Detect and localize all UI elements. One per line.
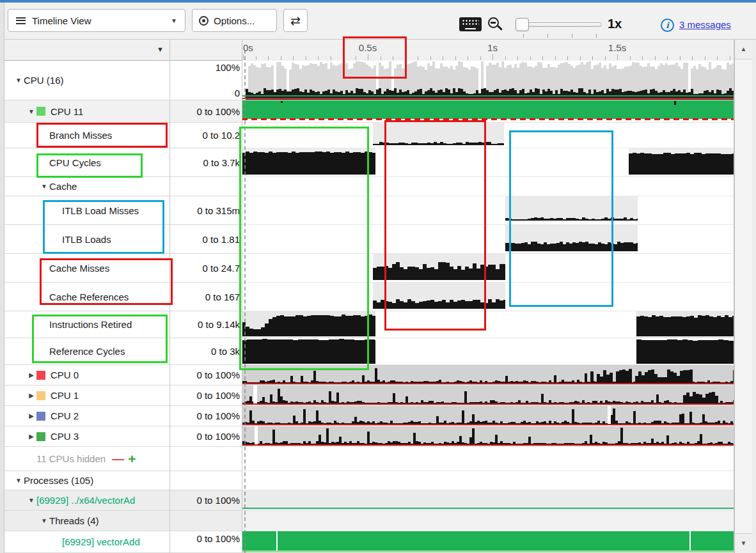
row-label-cell-process-69929[interactable]: ▼[69929] ../x64/vectorAd xyxy=(4,490,169,511)
row-chart-cpu-1[interactable] xyxy=(242,386,734,406)
row-chart-reference-cycles[interactable] xyxy=(242,338,734,365)
timeline-row-process-69929: ▼[69929] ../x64/vectorAd0 to 100% xyxy=(4,490,756,511)
swap-arrows-icon: ⇄ xyxy=(290,13,301,28)
axis-tick xyxy=(680,56,681,60)
collapse-icon[interactable]: ▼ xyxy=(13,77,24,84)
collapse-icon[interactable]: ▼ xyxy=(26,497,36,504)
row-label: CPU (16) xyxy=(24,75,64,86)
row-label: CPU Cycles xyxy=(49,157,101,168)
remove-cpu-button[interactable]: — xyxy=(112,452,124,466)
row-range-cell-cache-references: 0 to 167 xyxy=(169,283,242,311)
scroll-up-button[interactable]: ▲ xyxy=(735,40,752,59)
row-range-value: 0 to 100% xyxy=(196,410,240,421)
row-label-cell-cpu-0[interactable]: ▶CPU 0 xyxy=(4,365,169,386)
row-chart-cpu-16[interactable] xyxy=(242,61,734,100)
row-chart-cpu-cycles[interactable] xyxy=(242,148,734,177)
cpu-color-swatch xyxy=(36,432,45,441)
row-chart-cpu-11[interactable] xyxy=(242,100,734,123)
axis-tick-label: 1s xyxy=(487,42,498,53)
row-label-cell-cpu-2[interactable]: ▶CPU 2 xyxy=(4,406,169,426)
row-chart-itlb-load-misses[interactable] xyxy=(242,196,734,225)
row-chart-cpu-2[interactable] xyxy=(242,406,734,426)
row-chart-cpu-0[interactable] xyxy=(242,365,734,386)
row-chart-threads[interactable] xyxy=(242,511,734,531)
zoom-slider-track[interactable] xyxy=(517,22,602,27)
timeline-view-window: Timeline View ▼ Options... ⇄ 1x i 3 mess… xyxy=(0,0,756,553)
row-label-cell-instructions-retired[interactable]: Instructions Retired xyxy=(4,311,169,338)
row-label-cell-itlb-loads[interactable]: ITLB Loads xyxy=(4,225,169,254)
row-label-cell-cpu-11[interactable]: ▼CPU 11 xyxy=(4,100,169,123)
expand-icon[interactable]: ▶ xyxy=(26,433,36,440)
row-range-value: 0 to 100% xyxy=(196,431,240,442)
row-label: Reference Cycles xyxy=(49,346,125,357)
axis-tick-label: 0.5s xyxy=(359,42,377,53)
axis-tick xyxy=(667,56,668,60)
row-range-value: 0 to 100% xyxy=(196,106,240,117)
row-label-cell-cache-misses[interactable]: Cache Misses xyxy=(4,254,169,283)
row-chart-instructions-retired[interactable] xyxy=(242,311,734,338)
row-chart-itlb-loads[interactable] xyxy=(242,225,734,254)
swap-rows-button[interactable]: ⇄ xyxy=(283,9,308,32)
timeline-row-itlb-load-misses: ITLB Load Misses0 to 315m xyxy=(4,196,756,225)
collapse-icon[interactable]: ▼ xyxy=(39,183,49,190)
row-range-cell-cache-misses: 0 to 24.7 xyxy=(169,254,242,283)
messages-link[interactable]: 3 messages xyxy=(679,19,731,30)
time-axis[interactable]: 0s0.5s1s1.5s xyxy=(242,40,734,61)
row-chart-branch-misses[interactable] xyxy=(242,123,734,148)
row-range-cell-cache-group xyxy=(169,177,242,196)
column-divider[interactable] xyxy=(169,40,170,553)
row-label-cell-threads[interactable]: ▼Threads (4) xyxy=(4,511,169,531)
add-cpu-button[interactable]: + xyxy=(128,451,136,467)
axis-tick-label: 0s xyxy=(243,42,253,53)
row-label-cell-cpu-1[interactable]: ▶CPU 1 xyxy=(4,386,169,406)
row-label-cell-cpu-cycles[interactable]: CPU Cycles xyxy=(4,148,169,177)
row-label-cell-reference-cycles[interactable]: Reference Cycles xyxy=(4,338,169,365)
row-chart-process-69929[interactable] xyxy=(242,490,734,511)
row-label: Cache xyxy=(49,181,77,192)
row-label-cell-cache-references[interactable]: Cache References xyxy=(4,283,169,311)
expand-icon[interactable]: ▶ xyxy=(26,392,36,399)
row-label: Threads (4) xyxy=(49,515,99,526)
header-sort-caret-icon[interactable]: ▼ xyxy=(157,45,164,53)
row-chart-cpu-3[interactable] xyxy=(242,426,734,447)
row-label-cell-cache-group[interactable]: ▼Cache xyxy=(4,177,169,196)
axis-tick xyxy=(567,56,568,60)
row-label-cell-thread-69929[interactable]: [69929] vectorAdd xyxy=(4,531,169,553)
row-chart-processes[interactable] xyxy=(242,471,734,490)
row-label-cell-cpus-hidden[interactable]: 11 CPUs hidden—+ xyxy=(4,447,169,471)
row-chart-thread-69929[interactable] xyxy=(242,531,734,553)
slider-tick xyxy=(596,34,597,38)
row-range-value: 0 to 3.7k xyxy=(203,157,240,168)
options-button[interactable]: Options... xyxy=(192,9,277,32)
column-divider[interactable] xyxy=(242,40,242,553)
keyboard-spacebar xyxy=(465,28,476,30)
row-label-cell-cpu-16[interactable]: ▼CPU (16) xyxy=(4,61,169,100)
row-range-cell-cpu-1: 0 to 100% xyxy=(169,386,242,406)
vertical-scrollbar[interactable]: ▲ ▼ xyxy=(734,40,752,553)
row-label-cell-cpu-3[interactable]: ▶CPU 3 xyxy=(4,426,169,447)
row-label-cell-processes[interactable]: ▼Processes (105) xyxy=(4,471,169,490)
keyboard-shortcuts-icon[interactable] xyxy=(459,17,482,31)
axis-tick xyxy=(293,56,294,60)
zoom-slider-handle[interactable] xyxy=(516,18,529,31)
expand-icon[interactable]: ▶ xyxy=(26,371,36,378)
row-label-cell-itlb-load-misses[interactable]: ITLB Load Misses xyxy=(4,196,169,225)
row-chart-cpus-hidden[interactable] xyxy=(242,447,734,471)
collapse-icon[interactable]: ▼ xyxy=(26,108,36,115)
view-selector-dropdown[interactable]: Timeline View ▼ xyxy=(8,9,185,32)
zoom-out-icon[interactable] xyxy=(488,17,499,28)
collapse-icon[interactable]: ▼ xyxy=(39,517,49,524)
scroll-down-button[interactable]: ▼ xyxy=(735,533,752,553)
row-chart-cache-references[interactable] xyxy=(242,283,734,311)
axis-tick xyxy=(692,56,693,60)
row-label-cell-branch-misses[interactable]: Branch Misses xyxy=(4,123,169,148)
row-chart-cache-group[interactable] xyxy=(242,177,734,196)
expand-icon[interactable]: ▶ xyxy=(26,412,36,419)
row-range-value: 0 to 9.14k xyxy=(198,319,240,330)
timeline-row-processes: ▼Processes (105) xyxy=(4,471,756,490)
row-chart-cache-misses[interactable] xyxy=(242,254,734,283)
timeline-row-threads: ▼Threads (4) xyxy=(4,511,756,531)
collapse-icon[interactable]: ▼ xyxy=(13,477,24,484)
row-range-value: 0 to 167 xyxy=(205,292,240,302)
row-label: [69929] vectorAdd xyxy=(62,536,140,547)
